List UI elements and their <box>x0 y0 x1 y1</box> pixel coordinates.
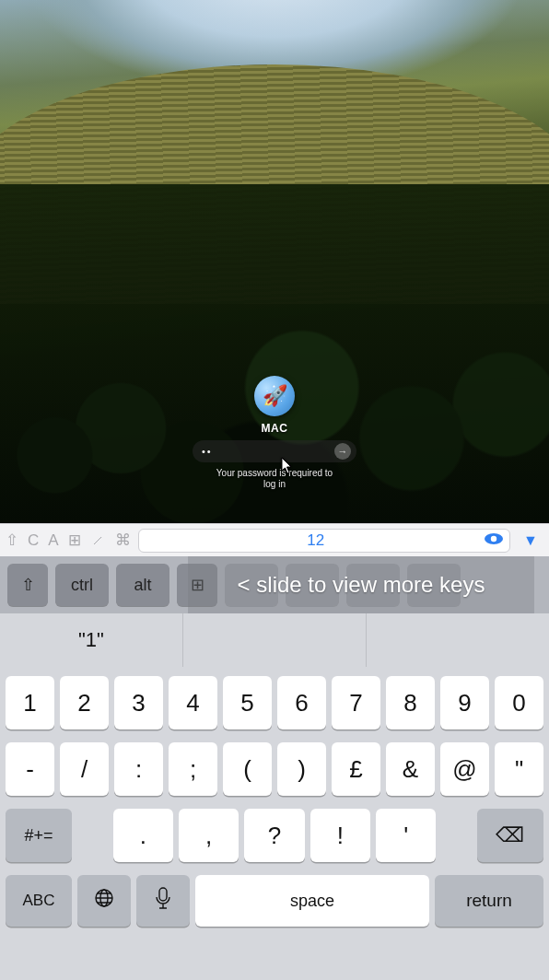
mod-extra3-key[interactable] <box>346 564 400 606</box>
remote-screen[interactable]: 🚀 MAC → Your password is required tolog … <box>0 0 549 523</box>
key-rparen[interactable]: ) <box>277 742 326 796</box>
key-dash[interactable]: - <box>6 742 54 796</box>
key-quote[interactable]: " <box>495 742 543 796</box>
suggestion-2[interactable] <box>182 613 366 667</box>
key-space[interactable]: space <box>195 875 429 927</box>
key-altshift[interactable]: #+= <box>6 809 72 862</box>
key-period[interactable]: . <box>113 809 173 862</box>
password-input[interactable] <box>202 446 329 457</box>
key-1[interactable]: 1 <box>6 676 54 729</box>
mod-extra1-key[interactable] <box>225 564 278 606</box>
mod-win-key[interactable]: ⊞ <box>177 564 217 606</box>
ios-keyboard: 1 2 3 4 5 6 7 8 9 0 - / : ; ( ) £ & @ " … <box>0 667 549 980</box>
key-7[interactable]: 7 <box>332 676 380 729</box>
mod-alt-key[interactable]: alt <box>116 564 169 606</box>
login-stack: 🚀 MAC → Your password is required tolog … <box>193 376 356 489</box>
key-4[interactable]: 4 <box>169 676 217 729</box>
shift-icon[interactable]: ⇧ <box>6 532 18 548</box>
mod-extra4-key[interactable] <box>407 564 461 606</box>
modifier-key-row[interactable]: ⇧ ctrl alt ⊞ < slide to view more keys <box>0 556 549 613</box>
toolbar-input[interactable] <box>148 531 484 550</box>
key-2[interactable]: 2 <box>60 676 109 729</box>
grid-icon[interactable]: ⊞ <box>68 532 81 548</box>
chevron-down-icon[interactable]: ▼ <box>518 532 543 549</box>
suggestion-1[interactable]: "1" <box>0 613 182 667</box>
mic-icon <box>153 886 173 916</box>
key-return[interactable]: return <box>435 875 543 927</box>
key-8[interactable]: 8 <box>386 676 435 729</box>
key-mic[interactable] <box>136 875 190 927</box>
svg-rect-4 <box>159 888 167 901</box>
key-globe[interactable] <box>77 875 131 927</box>
key-pound[interactable]: £ <box>332 742 380 796</box>
suggestion-bar: "1" <box>0 613 549 667</box>
kbd-row-1: 1 2 3 4 5 6 7 8 9 0 <box>6 676 543 729</box>
toolbar-left-group: ⇧ C A ⊞ ⟋ ⌘ <box>6 532 131 548</box>
arrow-right-icon: → <box>338 446 348 457</box>
mod-ctrl-key[interactable]: ctrl <box>55 564 109 606</box>
key-comma[interactable]: , <box>179 809 239 862</box>
kbd-row-4: ABC space return <box>6 875 543 927</box>
key-at[interactable]: @ <box>440 742 489 796</box>
avatar-emoji: 🚀 <box>263 384 287 408</box>
key-apostrophe[interactable]: ' <box>376 809 436 862</box>
password-hint: Your password is required tolog in <box>216 468 333 489</box>
username-label: MAC <box>262 422 288 435</box>
mod-shift-key[interactable]: ⇧ <box>7 564 48 606</box>
mod-extra2-key[interactable] <box>286 564 339 606</box>
key-5[interactable]: 5 <box>223 676 272 729</box>
globe-icon <box>93 887 115 915</box>
cmd-icon[interactable]: ⌘ <box>115 532 131 548</box>
key-9[interactable]: 9 <box>440 676 489 729</box>
password-submit-button[interactable]: → <box>334 443 351 460</box>
key-6[interactable]: 6 <box>277 676 326 729</box>
key-semicolon[interactable]: ; <box>169 742 217 796</box>
svg-point-1 <box>491 536 496 542</box>
key-3[interactable]: 3 <box>114 676 163 729</box>
kbd-row-3: #+= . , ? ! ' ⌫ <box>6 809 543 862</box>
key-abc[interactable]: ABC <box>6 875 72 927</box>
app-toolbar: ⇧ C A ⊞ ⟋ ⌘ ▼ <box>0 523 549 556</box>
mouse-cursor-icon <box>281 457 294 475</box>
eye-icon[interactable] <box>484 531 504 550</box>
password-row: → <box>193 440 356 462</box>
a-icon[interactable]: A <box>48 532 58 548</box>
wand-icon[interactable]: ⟋ <box>90 532 106 548</box>
key-amp[interactable]: & <box>386 742 435 796</box>
key-exclaim[interactable]: ! <box>310 809 370 862</box>
toolbar-input-wrap <box>138 529 510 553</box>
c-icon[interactable]: C <box>28 532 39 548</box>
key-lparen[interactable]: ( <box>223 742 272 796</box>
user-avatar[interactable]: 🚀 <box>254 376 295 416</box>
key-slash[interactable]: / <box>60 742 109 796</box>
suggestion-3[interactable] <box>366 613 549 667</box>
key-question[interactable]: ? <box>244 809 304 862</box>
kbd-row-2: - / : ; ( ) £ & @ " <box>6 742 543 796</box>
key-backspace[interactable]: ⌫ <box>477 809 543 862</box>
key-0[interactable]: 0 <box>495 676 543 729</box>
key-colon[interactable]: : <box>114 742 163 796</box>
